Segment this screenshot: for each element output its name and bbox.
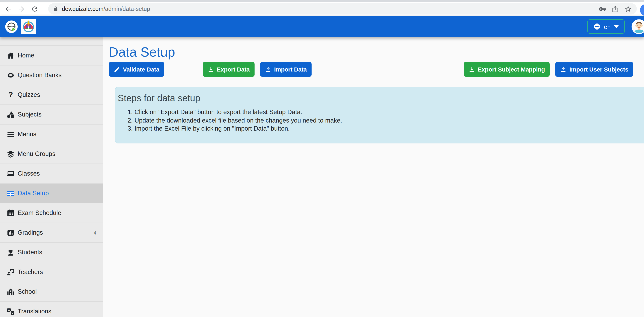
sidebar-item-school[interactable]: School xyxy=(0,282,103,301)
sidebar-item-quizzes[interactable]: ? Quizzes xyxy=(0,85,103,105)
screenshot-stage: dev.quizale.com/admin/data-setup Quizale xyxy=(0,0,644,317)
sidebar-item-label: Classes xyxy=(18,170,40,177)
svg-text:A: A xyxy=(8,308,10,312)
forward-button[interactable] xyxy=(17,5,26,13)
url-path: /admin/data-setup xyxy=(104,6,150,12)
export-subject-mapping-button[interactable]: Export Subject Mapping xyxy=(464,62,550,77)
sidebar-item-label: Home xyxy=(18,52,34,59)
sidebar-item-label: Subjects xyxy=(18,111,42,118)
url-domain: dev.quizale.com xyxy=(62,6,104,12)
svg-text:?: ? xyxy=(8,91,13,99)
school-lotus-logo[interactable] xyxy=(21,19,36,34)
step-item: Update the downloaded excel file based o… xyxy=(134,116,644,125)
classes-icon xyxy=(6,169,15,178)
back-icon xyxy=(4,5,12,13)
steps-info-box: Steps for data setup Click on "Export Da… xyxy=(115,87,644,143)
teachers-icon xyxy=(6,268,15,276)
menus-icon xyxy=(6,130,15,138)
share-icon[interactable] xyxy=(612,5,619,13)
user-avatar[interactable] xyxy=(632,19,644,34)
main-content: Data Setup Validate Data Export Data Imp… xyxy=(103,37,644,317)
translations-icon: A xyxy=(6,307,15,315)
sidebar-item-teachers[interactable]: Teachers xyxy=(0,262,103,282)
download-icon xyxy=(208,66,214,73)
sidebar-item-students[interactable]: Students xyxy=(0,242,103,262)
app-header: Quizale en xyxy=(0,16,644,37)
home-icon xyxy=(6,51,15,60)
sidebar-item-label: Quizzes xyxy=(18,91,40,98)
sidebar-item-exam-schedule[interactable]: Exam Schedule xyxy=(0,203,103,223)
sidebar-item-label: Menu Groups xyxy=(18,150,56,157)
button-label: Export Data xyxy=(217,66,250,73)
sidebar-item-label: Gradings xyxy=(18,229,43,236)
browser-profile-avatar[interactable] xyxy=(640,4,644,16)
sidebar-item-label: Data Setup xyxy=(18,190,49,197)
url-bar[interactable]: dev.quizale.com/admin/data-setup xyxy=(48,3,637,15)
step-item: Click on "Export Data" button to export … xyxy=(134,108,644,116)
globe-icon xyxy=(594,23,601,30)
sidebar-item-question-banks[interactable]: Question Banks xyxy=(0,65,103,85)
language-label: en xyxy=(604,23,610,30)
sidebar-item-menus[interactable]: Menus xyxy=(0,124,103,144)
sidebar-item-data-setup[interactable]: Data Setup xyxy=(0,183,103,203)
upload-icon xyxy=(265,66,272,73)
sidebar-item-classes[interactable]: Classes xyxy=(0,164,103,183)
sidebar-item-gradings[interactable]: Gradings ‹ xyxy=(0,223,103,242)
bookmark-star-icon[interactable] xyxy=(624,5,632,13)
sidebar-item-menu-groups[interactable]: Menu Groups xyxy=(0,144,103,164)
data-setup-icon xyxy=(6,189,15,197)
sidebar-item-label: Question Banks xyxy=(18,72,62,79)
lock-icon[interactable] xyxy=(52,6,58,12)
step-item: Import the Excel File by clicking on "Im… xyxy=(134,125,644,133)
gradings-icon xyxy=(6,228,15,237)
button-label: Validate Data xyxy=(123,66,160,73)
school-icon xyxy=(6,287,15,296)
sidebar-item-home[interactable]: Home xyxy=(0,45,103,65)
sidebar-item-label: Translations xyxy=(18,308,52,315)
action-button-row: Validate Data Export Data Import Data Ex… xyxy=(109,62,644,77)
back-button[interactable] xyxy=(4,5,12,13)
download-icon xyxy=(468,66,475,73)
students-icon xyxy=(6,248,15,256)
validate-data-button[interactable]: Validate Data xyxy=(109,62,164,77)
forward-icon xyxy=(18,5,25,13)
sidebar-item-label: Menus xyxy=(18,131,36,138)
sidebar-item-label: Teachers xyxy=(18,268,43,276)
chevron-left-icon: ‹ xyxy=(94,229,96,236)
browser-tabstrip xyxy=(0,0,644,2)
button-label: Import User Subjects xyxy=(569,66,628,73)
question-banks-icon xyxy=(6,71,15,79)
browser-toolbar: dev.quizale.com/admin/data-setup xyxy=(0,2,644,16)
menu-groups-icon xyxy=(6,150,15,158)
url-text: dev.quizale.com/admin/data-setup xyxy=(62,6,150,12)
sidebar-item-translations[interactable]: A Translations xyxy=(0,301,103,317)
exam-schedule-icon xyxy=(6,209,15,217)
button-label: Import Data xyxy=(274,66,307,73)
language-dropdown[interactable]: en xyxy=(588,19,625,34)
quizzes-icon: ? xyxy=(6,91,15,99)
steps-list: Click on "Export Data" button to export … xyxy=(118,108,644,133)
key-icon[interactable] xyxy=(599,5,606,13)
export-data-button[interactable]: Export Data xyxy=(203,62,254,77)
sidebar-item-label: School xyxy=(18,288,37,295)
import-data-button[interactable]: Import Data xyxy=(260,62,312,77)
page-title: Data Setup xyxy=(109,45,644,60)
sidebar-item-subjects[interactable]: Subjects xyxy=(0,105,103,124)
sidebar-item-label: Exam Schedule xyxy=(18,209,61,217)
quizale-logo[interactable]: Quizale xyxy=(5,20,18,33)
sidebar-item-label: Students xyxy=(18,249,42,256)
caret-down-icon xyxy=(614,25,619,28)
svg-text:Quizale: Quizale xyxy=(8,25,15,28)
subjects-icon xyxy=(6,110,15,119)
reload-icon xyxy=(31,5,38,13)
upload-icon xyxy=(560,66,566,73)
reload-button[interactable] xyxy=(30,5,39,13)
steps-title: Steps for data setup xyxy=(118,93,644,104)
sidebar-nav: Home Question Banks ? Quizzes Subjects M… xyxy=(0,37,103,317)
pen-icon xyxy=(114,66,120,73)
import-user-subjects-button[interactable]: Import User Subjects xyxy=(555,62,633,77)
button-label: Export Subject Mapping xyxy=(478,66,545,73)
